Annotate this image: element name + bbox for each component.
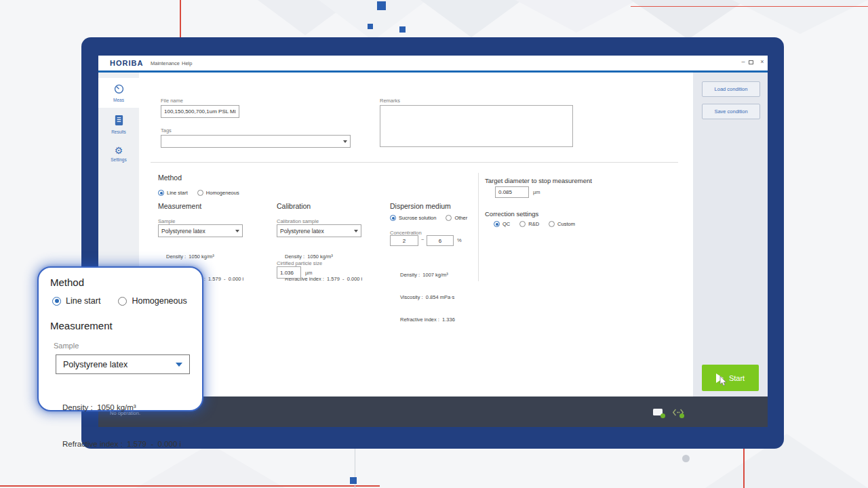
callout-method-heading: Method (50, 277, 84, 288)
remarks-label: Remarks (380, 98, 400, 104)
gauge-icon (113, 83, 125, 94)
chevron-down-icon (176, 363, 182, 367)
remarks-textarea[interactable] (380, 105, 573, 147)
background-facet (258, 0, 353, 35)
radio-label[interactable]: Line start (66, 296, 100, 306)
gray-dot-decor (682, 455, 690, 462)
blue-square-decor (368, 24, 373, 29)
load-condition-button[interactable]: Load condition (702, 81, 760, 97)
background-facet (420, 0, 522, 37)
background-facet (515, 0, 637, 33)
section-divider (151, 162, 678, 163)
callout-sample-combobox[interactable]: Polystyrene latex (56, 354, 190, 374)
blue-square-decor (350, 477, 357, 484)
dispersion-properties: Density : 1007 kg/m³ Viscosity : 0.854 m… (400, 256, 455, 338)
calibration-heading: Calibration (277, 202, 311, 210)
radio-rd[interactable] (519, 221, 526, 227)
density-value: Density : 1050 kg/m³ (285, 253, 362, 260)
file-name-input[interactable] (161, 105, 239, 118)
correction-radio-group: QC R&D Custom (494, 221, 575, 227)
sample-value: Polystyrene latex (63, 360, 127, 369)
sample-value: Polystyrene latex (161, 228, 233, 235)
start-button[interactable]: Start (702, 365, 759, 391)
background-facet (631, 0, 746, 39)
calibration-sample-value: Polystyrene latex (280, 228, 352, 235)
concentration-max-input[interactable] (427, 235, 454, 246)
radio-custom[interactable] (549, 221, 555, 227)
sidebar-item-meas[interactable]: Meas (98, 78, 139, 108)
background-facet (319, 0, 427, 41)
red-line-decor (180, 0, 181, 37)
gear-icon: ⚙ (115, 145, 123, 157)
column-divider (478, 173, 479, 281)
radio-label[interactable]: QC (502, 221, 510, 227)
measurement-setup-panel: File name Tags Remarks Method Line start… (139, 73, 693, 396)
menu-help[interactable]: Help (182, 60, 192, 66)
radio-label[interactable]: Line start (167, 190, 188, 196)
target-diameter-input[interactable] (495, 186, 529, 198)
certified-particle-size-label: Cirtified particle size (277, 260, 322, 266)
sidebar-item-results[interactable]: Results (98, 110, 139, 140)
radio-qc[interactable] (494, 221, 500, 227)
radio-line-start[interactable] (158, 190, 164, 196)
condition-action-panel: Load condition Save condition Start (693, 73, 768, 396)
radio-label[interactable]: R&D (528, 221, 539, 227)
calibration-sample-label: Calibration sample (277, 218, 319, 224)
callout-method-radio-group: Line start Homogeneous (52, 296, 187, 306)
tags-combobox[interactable] (161, 135, 351, 148)
mouse-cursor (719, 376, 728, 387)
device-status-icon[interactable] (653, 407, 667, 418)
radio-homogeneous[interactable] (197, 190, 203, 196)
sample-label: Sample (158, 218, 175, 224)
callout-measurement-heading: Measurement (50, 320, 113, 331)
method-radio-group: Line start Homogeneous (158, 190, 239, 196)
horiba-logo: HORIBA (110, 59, 143, 67)
gray-line-decor (355, 449, 355, 488)
title-bar: HORIBA Maintenance Help – × (98, 56, 768, 70)
red-line-decor (0, 485, 380, 487)
radio-label[interactable]: Custom (557, 221, 575, 227)
status-ok-badge (679, 413, 684, 418)
connection-status-icon[interactable] (672, 407, 686, 418)
viscosity-value: Viscosity : 0.854 mPa·s (400, 293, 455, 301)
density-value: Density : 1050 kg/m³ (166, 253, 243, 260)
radio-label[interactable]: Sucrose solution (399, 215, 436, 221)
blue-square-decor (377, 1, 386, 10)
red-line-decor (631, 6, 868, 7)
close-icon[interactable]: × (757, 58, 767, 65)
method-heading: Method (158, 174, 182, 182)
sidebar-item-settings[interactable]: ⚙ Settings (98, 140, 139, 170)
chevron-down-icon (354, 230, 358, 232)
concentration-min-input[interactable] (390, 235, 418, 246)
document-icon (114, 115, 124, 126)
calibration-sample-combobox[interactable]: Polystyrene latex (277, 224, 361, 237)
zoom-callout-bubble: Method Line start Homogeneous Measuremen… (37, 266, 203, 411)
dispersion-radio-group: Sucrose solution Other (390, 215, 467, 221)
save-condition-button[interactable]: Save condition (702, 104, 760, 119)
micron-unit: µm (305, 270, 313, 276)
radio-sucrose-solution[interactable] (390, 215, 396, 221)
sidebar-item-label: Meas (98, 98, 139, 102)
certified-particle-size-input[interactable] (277, 266, 301, 279)
menu-maintenance[interactable]: Maintenance (151, 60, 180, 66)
percent-unit: % (457, 237, 462, 243)
radio-label[interactable]: Homogeneous (206, 190, 239, 196)
start-button-label: Start (729, 374, 745, 382)
radio-line-start[interactable] (52, 297, 61, 306)
radio-label[interactable]: Other (454, 215, 467, 221)
sample-combobox[interactable]: Polystyrene latex (158, 224, 243, 237)
callout-sample-properties: Density : 1050 kg/m³ Refractive index : … (62, 377, 181, 474)
target-diameter-label: Target diameter to stop measurement (485, 177, 592, 184)
refractive-index-value: Refractive index : 1.336 (400, 316, 455, 323)
status-ok-badge (660, 413, 665, 418)
maximize-icon[interactable] (749, 60, 753, 64)
refractive-index-value: Refractive index : 1.579 - 0.000 i (62, 438, 181, 450)
radio-homogeneous[interactable] (118, 297, 127, 306)
radio-other[interactable] (446, 215, 452, 221)
measurement-heading: Measurement (158, 202, 201, 210)
chevron-down-icon (343, 140, 347, 143)
dispersion-medium-heading: Dispersion medium (390, 202, 451, 210)
minimize-icon[interactable]: – (738, 58, 748, 65)
file-name-label: File name (161, 98, 183, 104)
radio-label[interactable]: Homogeneous (132, 296, 186, 306)
